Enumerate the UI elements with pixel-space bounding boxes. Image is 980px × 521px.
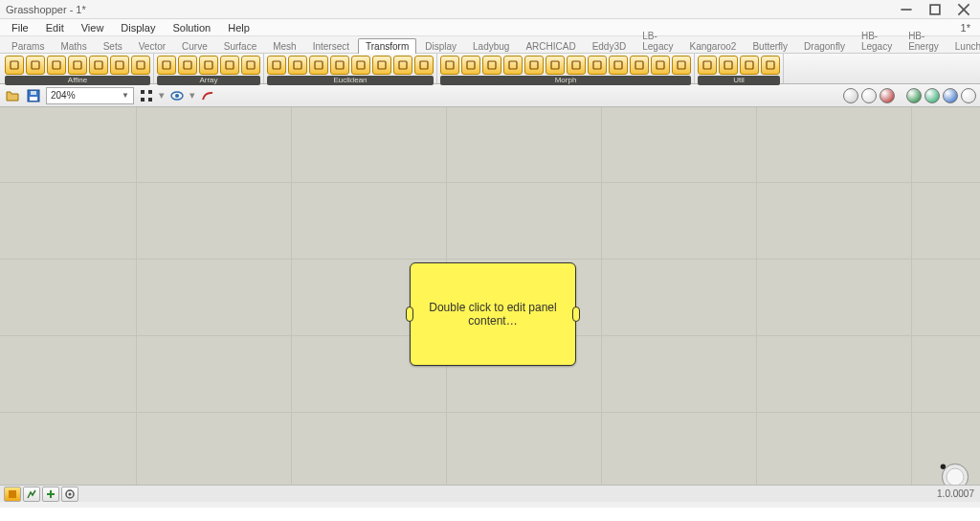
tool-morph-1[interactable]	[461, 56, 480, 75]
menu-solution[interactable]: Solution	[165, 20, 218, 35]
tool-euclidean-4[interactable]	[351, 56, 370, 75]
tab-display[interactable]: Display	[417, 38, 464, 54]
panel-component[interactable]: Double click to edit panel content…	[410, 262, 576, 366]
tool-morph-10[interactable]	[651, 56, 670, 75]
tab-params[interactable]: Params	[4, 38, 52, 54]
tab-mesh[interactable]: Mesh	[265, 38, 303, 54]
tab-butterfly[interactable]: Butterfly	[745, 38, 795, 54]
group-label: Array	[157, 76, 260, 85]
tool-morph-3[interactable]	[503, 56, 523, 75]
canvas[interactable]: Double click to edit panel content…	[0, 107, 980, 485]
tool-euclidean-5[interactable]	[372, 56, 391, 75]
tab-ladybug[interactable]: Ladybug	[465, 38, 517, 54]
version-label: 1.0.0007	[937, 488, 974, 499]
doc-indicator: 1*	[961, 22, 976, 34]
open-button[interactable]	[4, 87, 21, 104]
minimize-button[interactable]	[900, 3, 913, 16]
tool-morph-8[interactable]	[609, 56, 628, 75]
display-mode-orb-0[interactable]	[843, 88, 858, 103]
display-mode-orb-4[interactable]	[924, 88, 940, 103]
tool-affine-3[interactable]	[68, 56, 87, 75]
tab-curve[interactable]: Curve	[174, 38, 215, 54]
tool-morph-11[interactable]	[672, 56, 691, 75]
tool-morph-6[interactable]	[567, 56, 586, 75]
panel-output-grip[interactable]	[572, 306, 580, 322]
menu-display[interactable]: Display	[113, 20, 163, 35]
menu-edit[interactable]: Edit	[38, 20, 72, 35]
tab-maths[interactable]: Maths	[53, 38, 94, 54]
svg-rect-39	[767, 61, 774, 69]
tab-kangaroo2[interactable]: Kangaroo2	[681, 38, 744, 54]
compass-widget[interactable]	[938, 460, 972, 485]
zoom-combo[interactable]: 204% ▼	[46, 87, 134, 104]
tool-array-0[interactable]	[157, 56, 176, 75]
tool-util-2[interactable]	[740, 56, 759, 75]
display-mode-orb-6[interactable]	[961, 88, 976, 103]
tool-util-0[interactable]	[698, 56, 717, 75]
tab-vector[interactable]: Vector	[131, 38, 173, 54]
display-mode-orb-1[interactable]	[861, 88, 877, 103]
tool-array-3[interactable]	[220, 56, 239, 75]
zoom-extents-button[interactable]	[138, 87, 155, 104]
tool-util-1[interactable]	[719, 56, 738, 75]
tool-morph-7[interactable]	[588, 56, 607, 75]
svg-rect-37	[724, 61, 732, 69]
tool-morph-9[interactable]	[630, 56, 649, 75]
tool-util-3[interactable]	[761, 56, 780, 75]
tab-eddy3d[interactable]: Eddy3D	[585, 38, 635, 54]
menu-view[interactable]: View	[74, 20, 112, 35]
tab-lunchbox[interactable]: LunchBox	[947, 38, 980, 54]
svg-rect-19	[336, 61, 344, 69]
tab-hb-energy[interactable]: HB-Energy	[901, 28, 947, 54]
tab-dragonfly[interactable]: Dragonfly	[796, 38, 853, 54]
tool-affine-2[interactable]	[47, 56, 66, 75]
group-label: Euclidean	[267, 76, 434, 85]
tab-lb-legacy[interactable]: LB-Legacy	[635, 28, 680, 54]
tool-morph-0[interactable]	[440, 56, 459, 75]
panel-input-grip[interactable]	[406, 306, 413, 322]
tab-archicad[interactable]: ARCHICAD	[518, 38, 583, 54]
menu-file[interactable]: File	[4, 20, 36, 35]
tool-affine-1[interactable]	[26, 56, 45, 75]
tool-euclidean-2[interactable]	[309, 56, 328, 75]
menu-help[interactable]: Help	[220, 20, 257, 35]
sb-markov-icon[interactable]	[23, 487, 40, 502]
svg-rect-25	[467, 61, 475, 69]
statusbar: 1.0.0007	[0, 485, 980, 502]
svg-point-57	[69, 492, 72, 495]
tab-intersect[interactable]: Intersect	[305, 38, 357, 54]
sb-canvas-toolbar-icon[interactable]	[4, 487, 21, 502]
tool-euclidean-7[interactable]	[414, 56, 434, 75]
tool-euclidean-6[interactable]	[393, 56, 412, 75]
group-util: Util	[695, 54, 784, 83]
sb-mode-icon[interactable]	[61, 487, 78, 502]
tool-morph-2[interactable]	[482, 56, 501, 75]
sketch-button[interactable]	[199, 87, 216, 104]
display-mode-orb-2[interactable]	[880, 88, 895, 103]
tool-affine-0[interactable]	[5, 56, 24, 75]
tool-array-2[interactable]	[199, 56, 218, 75]
display-mode-orb-5[interactable]	[943, 88, 958, 103]
tab-hb-legacy[interactable]: HB-Legacy	[854, 28, 900, 54]
close-button[interactable]	[957, 3, 970, 16]
tab-transform[interactable]: Transform	[358, 38, 416, 54]
tool-array-1[interactable]	[178, 56, 197, 75]
sb-add-icon[interactable]	[42, 487, 59, 502]
tool-affine-4[interactable]	[89, 56, 108, 75]
tab-surface[interactable]: Surface	[216, 38, 264, 54]
tool-affine-6[interactable]	[131, 56, 150, 75]
svg-rect-26	[488, 61, 496, 69]
tool-euclidean-0[interactable]	[267, 56, 286, 75]
tool-array-4[interactable]	[241, 56, 260, 75]
tool-euclidean-1[interactable]	[288, 56, 307, 75]
preview-toggle[interactable]	[168, 87, 186, 104]
svg-rect-36	[703, 61, 711, 69]
display-mode-orb-3[interactable]	[906, 88, 922, 103]
tool-morph-5[interactable]	[546, 56, 565, 75]
save-button[interactable]	[25, 87, 42, 104]
tool-affine-5[interactable]	[110, 56, 129, 75]
tab-sets[interactable]: Sets	[96, 38, 130, 54]
tool-euclidean-3[interactable]	[330, 56, 349, 75]
tool-morph-4[interactable]	[524, 56, 544, 75]
maximize-button[interactable]	[928, 3, 942, 16]
